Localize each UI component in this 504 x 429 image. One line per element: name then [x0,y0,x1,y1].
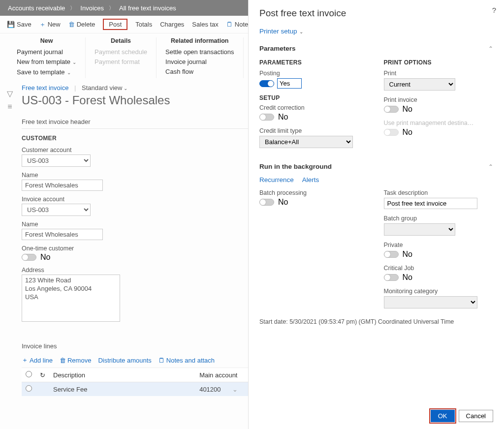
alerts-link[interactable]: Alerts [302,176,319,184]
ok-button[interactable]: OK [431,410,455,422]
standard-view-dropdown[interactable]: Standard view⌄ [82,84,127,92]
free-text-invoice-link[interactable]: Free text invoice [22,84,68,92]
breadcrumb-item[interactable]: Accounts receivable [8,4,65,12]
group-new-head: New [17,37,76,44]
note-icon: 🗒 [158,357,165,364]
panel-title: Post free text invoice [259,8,493,19]
print-invoice-toggle[interactable] [384,106,399,113]
posting-value[interactable] [277,78,302,89]
remove-line-button[interactable]: 🗑Remove [60,356,91,365]
customer-account-select[interactable]: US-003 [22,154,91,167]
chevron-down-icon: ⌄ [72,60,76,65]
save-to-template-link[interactable]: Save to template⌄ [17,67,76,78]
posting-toggle[interactable] [259,80,274,87]
totals-button[interactable]: Totals [135,21,152,28]
salestax-button[interactable]: Sales tax [192,21,218,28]
help-icon[interactable]: ? [492,6,496,14]
credit-correction-toggle[interactable] [259,114,274,121]
payment-journal-link[interactable]: Payment journal [17,47,76,57]
notes-attach-button[interactable]: 🗒Notes and attach [158,356,215,365]
cash-flow-link[interactable]: Cash flow [165,67,234,77]
chevron-down-icon[interactable]: ⌄ [232,386,238,393]
plus-icon: ＋ [39,20,46,29]
batch-processing-toggle[interactable] [259,199,274,206]
trash-icon: 🗑 [60,357,66,364]
chevron-up-icon: ⌃ [488,163,493,170]
chevron-up-icon: ⌃ [488,45,493,52]
refresh-icon[interactable]: ↻ [36,368,49,382]
add-line-button[interactable]: ＋Add line [22,356,53,365]
start-date-text: Start date: 5/30/2021 (09:53:47 pm) (GMT… [259,318,493,325]
chevron-right-icon: 〉 [109,4,114,12]
private-toggle[interactable] [384,251,399,258]
print-select[interactable]: Current [384,78,455,91]
address-textarea[interactable]: 123 White Road Los Angeles, CA 90004 USA [22,275,120,322]
trash-icon: 🗑 [68,21,75,28]
critical-toggle[interactable] [384,274,399,281]
list-icon[interactable]: ≡ [0,102,20,111]
group-details-head: Details [94,37,147,44]
printer-setup-link[interactable]: Printer setup⌄ [259,28,303,35]
invoice-name-input[interactable] [22,229,103,240]
use-print-mgmt-toggle [384,129,399,136]
chevron-right-icon: 〉 [70,4,75,12]
credit-limit-select[interactable]: Balance+All [259,136,353,148]
chevron-down-icon: ⌄ [299,29,303,34]
new-from-template-link[interactable]: New from template⌄ [17,57,76,67]
parameters-section-toggle[interactable]: Parameters ⌃ [259,44,493,53]
chevron-down-icon: ⌄ [124,86,127,91]
task-description-input[interactable] [384,198,477,209]
customer-col-title: CUSTOMER [22,135,251,142]
left-rail: ▽ ≡ [0,79,20,396]
breadcrumb-item[interactable]: Invoices [80,4,104,12]
save-button[interactable]: 💾Save [7,21,32,28]
post-panel: ? Post free text invoice Printer setup⌄ … [248,0,504,429]
invoice-journal-link[interactable]: Invoice journal [165,57,234,67]
breadcrumb-item[interactable]: All free text invoices [119,4,176,12]
monitoring-select[interactable] [384,296,477,308]
invoice-account-select[interactable]: US-003 [22,204,91,216]
save-icon: 💾 [7,21,15,28]
note-icon: 🗒 [226,21,233,28]
recurrence-link[interactable]: Recurrence [259,176,294,184]
post-button[interactable]: Post [103,19,127,30]
distribute-amounts-button[interactable]: Distribute amounts [98,356,151,365]
charges-button[interactable]: Charges [160,21,184,28]
onetime-toggle[interactable] [22,254,36,261]
batch-group-select[interactable] [384,223,455,236]
settle-open-link[interactable]: Settle open transactions [165,47,234,57]
select-all-radio[interactable] [26,371,32,377]
group-related-head: Related information [165,37,234,44]
cancel-button[interactable]: Cancel [459,410,493,422]
payment-format-link: Payment format [94,57,147,67]
background-section-toggle[interactable]: Run in the background ⌃ [259,162,493,171]
row-select-radio[interactable] [26,385,32,392]
delete-button[interactable]: 🗑Delete [68,21,95,28]
customer-name-input[interactable] [22,180,103,191]
new-button[interactable]: ＋New [39,20,61,29]
chevron-down-icon: ⌄ [67,70,71,75]
filter-icon[interactable]: ▽ [0,89,20,98]
payment-schedule-link: Payment schedule [94,47,147,57]
plus-icon: ＋ [22,356,28,365]
